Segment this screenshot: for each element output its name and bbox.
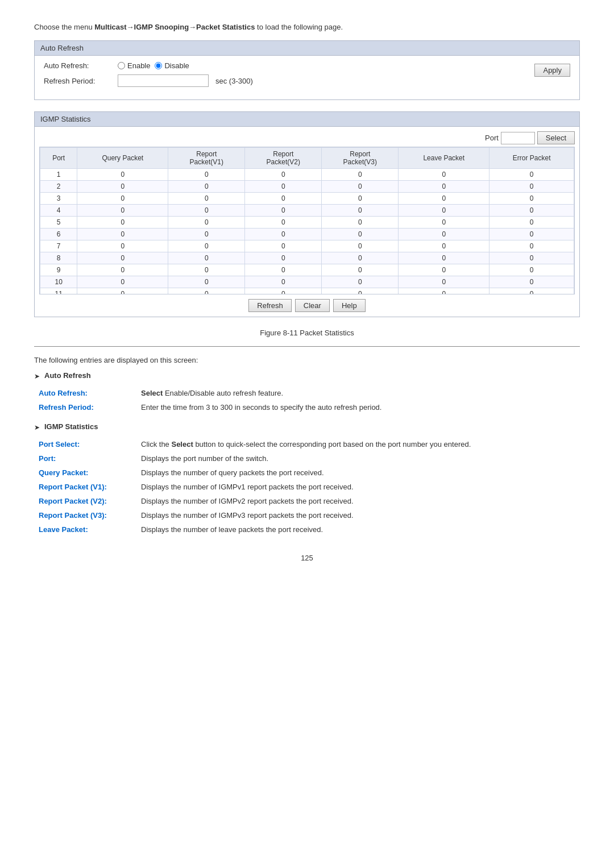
figure-caption: Figure 8-11 Packet Statistics <box>34 329 580 337</box>
entry-description: Displays the number of IGMPv1 report pac… <box>136 480 580 494</box>
section-bullet: ➤Auto Refresh <box>34 371 580 380</box>
entry-row: Refresh Period:Enter the time from 3 to … <box>34 400 580 414</box>
section: ➤Auto RefreshAuto Refresh:Select Enable/… <box>34 371 580 414</box>
entry-label: Auto Refresh: <box>34 386 136 400</box>
description-sections: ➤Auto RefreshAuto Refresh:Select Enable/… <box>34 371 580 537</box>
auto-refresh-label: Auto Refresh: <box>44 61 118 70</box>
entry-label: Query Packet: <box>34 466 136 480</box>
table-row: 10000000 <box>40 276 574 288</box>
entry-table: Auto Refresh:Select Enable/Disable auto … <box>34 386 580 414</box>
entry-description: Displays the number of IGMPv3 report pac… <box>136 508 580 522</box>
section-title: Auto Refresh <box>44 371 91 380</box>
entry-label: Leave Packet: <box>34 522 136 537</box>
entry-row: Port:Displays the port number of the swi… <box>34 451 580 466</box>
table-button-row: Refresh Clear Help <box>39 299 575 312</box>
entry-row: Report Packet (V1):Displays the number o… <box>34 480 580 494</box>
section-title: IGMP Statistics <box>44 422 98 431</box>
port-select-row: Port Select <box>39 131 575 144</box>
entry-label: Report Packet (V3): <box>34 508 136 522</box>
auto-refresh-panel-header: Auto Refresh <box>35 41 579 56</box>
stats-table: Port Query Packet ReportPacket(V1) Repor… <box>40 147 574 294</box>
table-row: 11000000 <box>40 288 574 295</box>
table-row: 4000000 <box>40 205 574 217</box>
section: ➤IGMP StatisticsPort Select:Click the Se… <box>34 422 580 537</box>
entry-row: Query Packet:Displays the number of quer… <box>34 466 580 480</box>
stats-table-header: Port Query Packet ReportPacket(V1) Repor… <box>40 148 574 169</box>
table-row: 8000000 <box>40 252 574 264</box>
table-row: 7000000 <box>40 240 574 252</box>
col-report-v1: ReportPacket(V1) <box>168 148 245 169</box>
help-button[interactable]: Help <box>333 299 366 312</box>
col-leave: Leave Packet <box>399 148 489 169</box>
bullet-arrow-icon: ➤ <box>34 423 40 431</box>
entry-label: Report Packet (V1): <box>34 480 136 494</box>
col-error: Error Packet <box>489 148 574 169</box>
entry-label: Port: <box>34 451 136 466</box>
auto-refresh-controls: Enable Disable <box>118 61 253 70</box>
entry-description: Click the Select button to quick-select … <box>136 437 580 451</box>
intro-text: Choose the menu Multicast→IGMP Snooping→… <box>34 23 580 31</box>
enable-label: Enable <box>127 61 150 70</box>
entry-row: Report Packet (V3):Displays the number o… <box>34 508 580 522</box>
page-number: 125 <box>34 554 580 562</box>
clear-button[interactable]: Clear <box>295 299 330 312</box>
entry-description: Displays the number of query packets the… <box>136 466 580 480</box>
refresh-period-input[interactable] <box>118 74 209 87</box>
entry-label: Report Packet (V2): <box>34 494 136 508</box>
select-button[interactable]: Select <box>537 131 575 144</box>
table-row: 5000000 <box>40 217 574 229</box>
igmp-panel-header: IGMP Statistics <box>35 112 579 127</box>
disable-radio-label[interactable]: Disable <box>155 61 189 70</box>
igmp-statistics-panel: IGMP Statistics Port Select Port Query P… <box>34 111 580 317</box>
entry-description: Select Enable/Disable auto refresh featu… <box>136 386 580 400</box>
auto-refresh-row: Auto Refresh: Enable Disable <box>44 61 253 70</box>
entry-label: Port Select: <box>34 437 136 451</box>
refresh-period-row: Refresh Period: sec (3-300) <box>44 74 253 87</box>
col-report-v3: ReportPacket(V3) <box>322 148 399 169</box>
refresh-button[interactable]: Refresh <box>248 299 292 312</box>
disable-label: Disable <box>164 61 189 70</box>
col-query-packet: Query Packet <box>77 148 168 169</box>
port-input[interactable] <box>501 132 535 144</box>
auto-refresh-panel: Auto Refresh Auto Refresh: Enable Disabl… <box>34 40 580 100</box>
sec-hint: sec (3-300) <box>215 77 253 85</box>
entry-row: Report Packet (V2):Displays the number o… <box>34 494 580 508</box>
entry-table: Port Select:Click the Select button to q… <box>34 437 580 537</box>
igmp-panel-body: Port Select Port Query Packet ReportPack… <box>35 127 579 317</box>
table-row: 1000000 <box>40 169 574 181</box>
enable-radio[interactable] <box>118 62 125 69</box>
auto-refresh-panel-body: Auto Refresh: Enable Disable Refresh Per <box>35 56 579 99</box>
enable-radio-label[interactable]: Enable <box>118 61 150 70</box>
apply-button[interactable]: Apply <box>534 64 570 77</box>
table-row: 9000000 <box>40 264 574 276</box>
entry-row: Auto Refresh:Select Enable/Disable auto … <box>34 386 580 400</box>
entry-label: Refresh Period: <box>34 400 136 414</box>
stats-table-wrapper[interactable]: Port Query Packet ReportPacket(V1) Repor… <box>39 147 575 294</box>
disable-radio[interactable] <box>155 62 162 69</box>
table-row: 2000000 <box>40 181 574 193</box>
port-label: Port <box>485 134 499 142</box>
table-row: 3000000 <box>40 193 574 205</box>
table-row: 6000000 <box>40 229 574 240</box>
entry-row: Port Select:Click the Select button to q… <box>34 437 580 451</box>
description-intro: The following entries are displayed on t… <box>34 356 580 364</box>
entry-row: Leave Packet:Displays the number of leav… <box>34 522 580 537</box>
col-port: Port <box>40 148 77 169</box>
refresh-period-controls: sec (3-300) <box>118 74 253 87</box>
entry-description: Displays the port number of the switch. <box>136 451 580 466</box>
entry-description: Displays the number of IGMPv2 report pac… <box>136 494 580 508</box>
bullet-arrow-icon: ➤ <box>34 372 40 380</box>
entry-description: Displays the number of leave packets the… <box>136 522 580 537</box>
stats-table-body: 1000000200000030000004000000500000060000… <box>40 169 574 295</box>
col-report-v2: ReportPacket(V2) <box>245 148 322 169</box>
header-row: Port Query Packet ReportPacket(V1) Repor… <box>40 148 574 169</box>
divider <box>34 346 580 347</box>
refresh-period-label: Refresh Period: <box>44 77 118 85</box>
entry-description: Enter the time from 3 to 300 in seconds … <box>136 400 580 414</box>
section-bullet: ➤IGMP Statistics <box>34 422 580 431</box>
